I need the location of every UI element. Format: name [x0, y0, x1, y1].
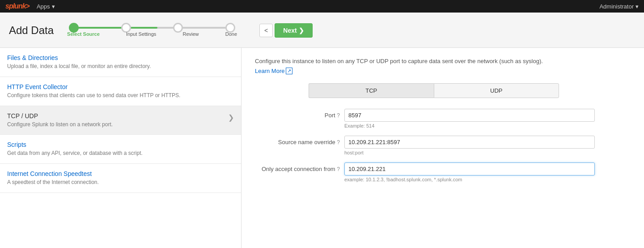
learn-more-link[interactable]: Learn More ↗ [255, 68, 292, 74]
wizard-label-3: Review [183, 31, 199, 37]
right-panel: Configure this instance to listen on any… [242, 48, 644, 248]
wizard-label-1: Select Source [67, 31, 100, 37]
admin-arrow-icon: ▾ [636, 3, 639, 10]
sidebar-item-scripts-title: Scripts [7, 141, 234, 148]
tcp-button[interactable]: TCP [309, 83, 434, 98]
connection-from-group: Only accept connection from ? example: 1… [255, 162, 631, 182]
apps-menu[interactable]: Apps ▾ [37, 3, 55, 10]
sidebar-item-files[interactable]: Files & Directories Upload a file, index… [0, 48, 241, 77]
wizard-label-4: Done [225, 31, 237, 37]
port-help-icon[interactable]: ? [337, 112, 340, 119]
topnav: splunk> Apps ▾ Administrator ▾ [0, 0, 644, 13]
sidebar-item-files-desc: Upload a file, index a local file, or mo… [7, 63, 234, 70]
connection-from-field-wrap: example: 10.1.2.3, !badhost.splunk.com, … [344, 162, 595, 182]
connection-from-hint: example: 10.1.2.3, !badhost.splunk.com, … [344, 177, 595, 182]
next-button[interactable]: Next ❯ [275, 23, 312, 38]
sidebar-item-http[interactable]: HTTP Event Collector Configure tokens th… [0, 77, 241, 106]
connection-from-input[interactable] [344, 162, 595, 175]
sidebar-item-scripts[interactable]: Scripts Get data from any API, service, … [0, 135, 241, 164]
port-input[interactable] [344, 109, 595, 122]
sidebar-item-http-title: HTTP Event Collector [7, 83, 234, 90]
admin-menu[interactable]: Administrator ▾ [599, 3, 639, 10]
port-label: Port ? [255, 109, 344, 119]
source-name-help-icon[interactable]: ? [337, 139, 340, 145]
splunk-logo: splunk> [5, 2, 30, 10]
apps-label: Apps [37, 3, 50, 10]
connection-from-help-icon[interactable]: ? [337, 166, 340, 172]
sidebar-item-speedtest[interactable]: Internet Connection Speedtest A speedtes… [0, 164, 241, 193]
wizard-steps: Select Source Input Settings Review Done [67, 19, 237, 42]
sidebar-item-scripts-desc: Get data from any API, service, or datab… [7, 150, 234, 157]
sidebar-item-files-title: Files & Directories [7, 54, 234, 61]
nav-buttons: < Next ❯ [259, 23, 312, 38]
page-header: Add Data Select Source Input Settings Re… [0, 13, 644, 48]
sidebar: Files & Directories Upload a file, index… [0, 48, 242, 248]
protocol-toggle: TCP UDP [309, 83, 559, 98]
port-group: Port ? Example: 514 [255, 109, 631, 128]
sidebar-item-http-desc: Configure tokens that clients can use to… [7, 92, 234, 99]
sidebar-item-speedtest-desc: A speedtest of the Internet connection. [7, 179, 234, 186]
source-name-hint: host:port [344, 150, 595, 155]
udp-button[interactable]: UDP [434, 83, 559, 98]
sidebar-arrow-icon: ❯ [228, 113, 234, 122]
connection-from-label: Only accept connection from ? [255, 162, 344, 172]
next-label: Next ❯ [283, 27, 304, 34]
sidebar-item-tcp[interactable]: ❯ TCP / UDP Configure Splunk to listen o… [0, 106, 241, 135]
source-name-label-text: Source name override [278, 139, 335, 145]
source-name-field-wrap: host:port [344, 136, 595, 155]
source-name-group: Source name override ? host:port [255, 136, 631, 155]
sidebar-item-tcp-desc: Configure Splunk to listen on a network … [7, 121, 234, 128]
connection-from-label-text: Only accept connection from [262, 166, 335, 172]
panel-description: Configure this instance to listen on any… [255, 57, 568, 66]
source-name-label: Source name override ? [255, 136, 344, 145]
port-hint: Example: 514 [344, 123, 595, 128]
main-content: Files & Directories Upload a file, index… [0, 48, 644, 248]
back-button[interactable]: < [259, 24, 273, 37]
apps-arrow-icon: ▾ [52, 3, 55, 10]
wizard-labels: Select Source Input Settings Review Done [67, 31, 237, 37]
learn-more-text: Learn More [255, 68, 284, 74]
admin-label: Administrator [599, 3, 634, 10]
external-link-icon: ↗ [286, 68, 292, 74]
wizard-label-2: Input Settings [126, 31, 156, 37]
sidebar-item-tcp-title: TCP / UDP [7, 112, 234, 120]
source-name-input[interactable] [344, 136, 595, 149]
sidebar-item-speedtest-title: Internet Connection Speedtest [7, 170, 234, 177]
page-title: Add Data [9, 24, 54, 37]
port-field-wrap: Example: 514 [344, 109, 595, 128]
port-label-text: Port [325, 112, 335, 119]
